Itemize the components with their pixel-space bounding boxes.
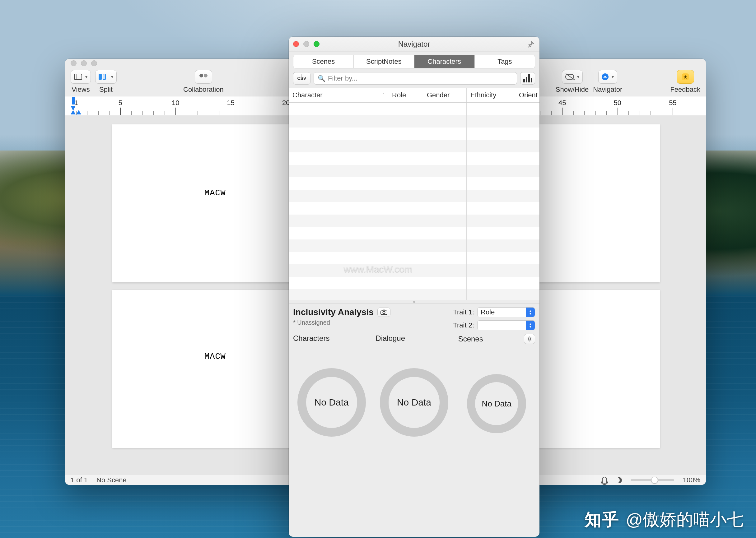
status-zoom: 100% — [683, 476, 700, 484]
trait2-select[interactable]: ▴▾ — [477, 320, 535, 330]
ruler-label: 10 — [172, 99, 179, 107]
status-scene: No Scene — [96, 476, 127, 484]
status-page-of: 1 of 1 — [71, 476, 88, 484]
col-orientation[interactable]: Orient — [515, 88, 540, 102]
navigator-titlebar[interactable]: Navigator — [289, 37, 540, 52]
tab-tags[interactable]: Tags — [475, 55, 535, 68]
close-dot-inactive[interactable] — [71, 60, 77, 66]
zoom-dot-inactive[interactable] — [91, 60, 97, 66]
gear-icon — [527, 336, 532, 342]
show-hide-button[interactable]: ▾ — [562, 70, 583, 84]
tab-scriptnotes[interactable]: ScriptNotes — [354, 55, 414, 68]
filter-input[interactable] — [328, 74, 513, 82]
layout-icon — [74, 74, 82, 80]
ruler-label: 1 — [74, 99, 78, 107]
svg-point-3 — [529, 338, 530, 340]
navigator-tabs: Scenes ScriptNotes Characters Tags — [293, 55, 535, 69]
zoom-slider[interactable] — [631, 479, 674, 481]
show-hide-label: Show/Hide — [555, 85, 589, 94]
navigator-button[interactable]: ▾ — [598, 70, 617, 84]
donut-scenes-label: No Data — [482, 399, 511, 408]
table-body[interactable] — [289, 103, 540, 300]
inclusivity-cards: Characters No Data Dialogue No Data Scen… — [289, 332, 540, 464]
card-characters-title: Characters — [293, 334, 329, 343]
ruler-label: 50 — [614, 99, 621, 107]
col-ethnicity[interactable]: Ethnicity — [467, 88, 515, 102]
chevron-down-icon: ▾ — [85, 74, 87, 79]
navigator-window: Navigator Scenes ScriptNotes Characters … — [289, 37, 540, 537]
inclusivity-title: Inclusivity Analysis — [293, 307, 374, 317]
card-scenes-title: Scenes — [458, 335, 483, 343]
feedback-label: Feedback — [670, 85, 700, 94]
select-stepper-icon: ▴▾ — [526, 307, 535, 317]
inclusivity-sub: * Unassigned — [293, 319, 390, 326]
tab-characters[interactable]: Characters — [414, 55, 475, 68]
navigator-tools: CSV 🔍 — [289, 69, 540, 88]
eye-off-icon — [565, 74, 574, 80]
sort-asc-icon: ˄ — [382, 93, 384, 98]
feedback-button[interactable]: ★ — [677, 70, 694, 84]
select-stepper-icon: ▴▾ — [526, 321, 535, 330]
donut-characters-label: No Data — [315, 397, 349, 408]
col-role-label: Role — [392, 91, 406, 99]
compass-icon — [602, 74, 609, 80]
moon-icon[interactable] — [616, 477, 622, 483]
split-button[interactable]: ▾ — [95, 70, 117, 84]
col-role[interactable]: Role — [388, 88, 423, 102]
chevron-down-icon: ▾ — [577, 74, 579, 79]
col-character-label: Character — [292, 91, 322, 99]
chevron-down-icon: ▾ — [611, 74, 614, 79]
col-ethnicity-label: Ethnicity — [470, 91, 496, 99]
donut-dialogue-label: No Data — [397, 397, 431, 408]
trait1-label: Trait 1: — [450, 308, 474, 316]
tab-scenes[interactable]: Scenes — [293, 55, 354, 68]
donut-characters: No Data — [297, 368, 366, 437]
mic-icon[interactable] — [602, 477, 607, 484]
zhihu-logo: 知乎 — [585, 509, 619, 531]
card-settings-button[interactable] — [524, 334, 535, 344]
ruler-label: 5 — [118, 99, 122, 107]
split-label: Split — [99, 85, 113, 94]
traffic-lights-inactive[interactable] — [71, 60, 97, 66]
pin-icon[interactable] — [527, 40, 535, 48]
svg-point-1 — [383, 311, 385, 313]
trait1-value: Role — [481, 308, 495, 316]
chevron-down-icon: ▾ — [111, 74, 113, 79]
watermark-bottom: 知乎 @傲娇的喵小七 — [585, 509, 743, 531]
snapshot-button[interactable] — [378, 307, 390, 317]
filter-search[interactable]: 🔍 — [314, 72, 517, 84]
donut-dialogue: No Data — [380, 368, 448, 437]
views-button[interactable]: ▾ — [71, 70, 91, 84]
zhihu-handle: @傲娇的喵小七 — [626, 509, 743, 531]
chart-toggle-button[interactable] — [520, 72, 535, 84]
navigator-label: Navigator — [593, 85, 622, 94]
camera-icon — [380, 309, 387, 315]
col-orientation-label: Orient — [519, 91, 538, 99]
collaboration-label: Collaboration — [183, 85, 224, 94]
trait1-select[interactable]: Role ▴▾ — [477, 307, 535, 317]
inclusivity-header: Inclusivity Analysis * Unassigned Trait … — [289, 303, 540, 332]
views-label: Views — [72, 85, 89, 94]
resize-grip[interactable] — [289, 300, 540, 303]
navigator-title: Navigator — [289, 40, 540, 48]
ruler-label: 45 — [558, 99, 566, 107]
collaboration-button[interactable] — [195, 70, 212, 84]
donut-scenes: No Data — [467, 374, 526, 433]
card-dialogue-title: Dialogue — [376, 334, 405, 343]
export-csv-button[interactable]: CSV — [293, 72, 311, 84]
people-icon — [199, 74, 208, 80]
trait2-label: Trait 2: — [450, 321, 474, 329]
col-gender[interactable]: Gender — [423, 88, 467, 102]
star-icon: ★ — [682, 74, 689, 80]
search-icon: 🔍 — [318, 75, 325, 82]
ruler-label: 15 — [227, 99, 235, 107]
page-1-text[interactable]: MACW — [204, 188, 226, 198]
page-2-text[interactable]: MACW — [204, 352, 226, 361]
col-character[interactable]: Character˄ — [289, 88, 388, 102]
ruler-label: 55 — [669, 99, 676, 107]
col-gender-label: Gender — [427, 91, 449, 99]
table-header: Character˄ Role Gender Ethnicity Orient — [289, 88, 540, 103]
minimize-dot-inactive[interactable] — [81, 60, 87, 66]
csv-label: CSV — [297, 76, 307, 81]
split-icon — [99, 74, 108, 80]
